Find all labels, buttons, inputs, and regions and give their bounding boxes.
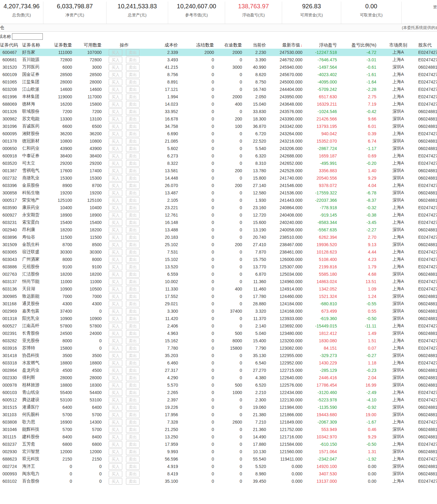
table-row[interactable]: 301103 何氏眼科 5700 5700 买入 卖出 17.956 0 0 2… [0,411,437,418]
sell-button[interactable]: 卖出 [126,160,140,167]
table-row[interactable]: 601065 江盐集团 28000 28000 买入 卖出 8.891 0 0 … [0,78,437,86]
sell-button[interactable]: 卖出 [126,308,140,315]
buy-button[interactable]: 买入 [109,160,122,167]
buy-button[interactable]: 买入 [109,293,122,300]
sell-button[interactable]: 卖出 [126,79,140,85]
sell-button[interactable]: 卖出 [126,86,140,93]
sell-button[interactable]: 卖出 [126,463,140,470]
buy-button[interactable]: 买入 [109,345,122,352]
sell-button[interactable]: 卖出 [126,131,140,137]
table-row[interactable]: 002969 嘉美包装 37400 0 买入 卖出 3.300 0 37400 … [0,307,437,315]
sell-button[interactable]: 卖出 [126,389,140,396]
sell-button[interactable]: 卖出 [126,419,140,425]
col-header-pnl-percent[interactable]: 盈亏比例(%) [339,41,378,49]
col-header-quantity[interactable]: 证券数量 [52,41,74,49]
buy-button[interactable]: 买入 [109,145,122,152]
col-header-name[interactable]: 证券名称 [20,41,52,49]
sell-button[interactable]: 卖出 [126,375,140,381]
buy-button[interactable]: 买入 [109,131,122,137]
tab-positions[interactable]: 仓 [0,25,4,30]
table-row[interactable]: 600109 国金证券 28500 28500 买入 卖出 8.756 0 0 … [0,71,437,78]
table-row[interactable]: 603318 水发燃气 18800 18800 买入 卖出 6.460 0 0 … [0,359,437,367]
sell-button[interactable]: 卖出 [126,94,140,100]
buy-button[interactable]: 买入 [109,449,122,455]
buy-button[interactable]: 买入 [109,64,122,71]
sell-button[interactable]: 卖出 [126,338,140,344]
buy-button[interactable]: 买入 [109,175,122,181]
table-row[interactable]: 603396 金辰股份 8900 8700 买入 卖出 26.070 0 200… [0,182,437,189]
table-row[interactable]: 600918 中泰证券 38400 38400 买入 卖出 6.273 0 0 … [0,152,437,160]
buy-button[interactable]: 买入 [109,205,122,211]
buy-button[interactable]: 买入 [109,360,122,366]
table-row[interactable]: 301515 港通医疗 6400 6400 买入 卖出 19.226 0 0 1… [0,404,437,411]
sell-button[interactable]: 卖出 [126,330,140,337]
sell-button[interactable]: 卖出 [126,301,140,307]
table-row[interactable]: 000650 仁和药业 43900 43900 买入 卖出 5.602 0 0 … [0,145,437,152]
sell-button[interactable]: 卖出 [126,449,140,455]
col-header-holder-code[interactable]: 股东代 [418,41,437,49]
sell-button[interactable]: 卖出 [126,234,140,241]
sell-button[interactable]: 卖出 [126,101,140,108]
table-row[interactable]: 001387 雪祺电气 17600 17400 买入 卖出 13.581 0 2… [0,167,437,174]
table-row[interactable]: 002930 宏川智慧 12000 12000 买入 卖出 9.993 0 0 … [0,448,437,455]
sell-button[interactable]: 卖出 [126,412,140,418]
table-row[interactable]: 001378 德冠新材 10800 10800 买入 卖出 21.085 0 0… [0,137,437,145]
sell-button[interactable]: 卖出 [126,249,140,255]
sell-button[interactable]: 卖出 [126,264,140,270]
buy-button[interactable]: 买入 [109,308,122,315]
table-row[interactable]: 603065 宿迁联盛 30300 30300 买入 卖出 7.531 0 0 … [0,248,437,256]
col-header-floating-pnl[interactable]: 浮动盈亏 [304,41,339,49]
table-row[interactable]: 603916 苏博特 15800 0 买入 卖出 7.780 0 15800 7… [0,344,437,352]
table-row[interactable]: 600467 好当家 111000 107000 买入 卖出 2.339 200… [0,49,437,56]
sell-button[interactable]: 卖出 [126,242,140,248]
sell-button[interactable]: 卖出 [126,367,140,374]
buy-button[interactable]: 买入 [109,49,122,56]
sell-button[interactable]: 卖出 [126,286,140,292]
buy-button[interactable]: 买入 [109,419,122,425]
table-row[interactable]: 603231 索宝蛋白 15400 15400 买入 卖出 16.148 0 0… [0,219,437,226]
buy-button[interactable]: 买入 [109,227,122,233]
buy-button[interactable]: 买入 [109,94,122,100]
sell-button[interactable]: 卖出 [126,108,140,115]
buy-button[interactable]: 买入 [109,212,122,218]
table-row[interactable]: 603282 亚光股份 8000 0 买入 卖出 15.162 0 8000 1… [0,337,437,344]
sell-button[interactable]: 卖出 [126,197,140,204]
table-row[interactable]: 603208 江山欧派 14600 14600 买入 卖出 17.121 0 0… [0,86,437,93]
sell-button[interactable]: 卖出 [126,360,140,366]
buy-button[interactable]: 买入 [109,168,122,174]
sell-button[interactable]: 卖出 [126,315,140,322]
sell-button[interactable]: 卖出 [126,278,140,285]
table-row[interactable]: 603520 司太立 29200 29200 买入 卖出 8.322 0 0 8… [0,160,437,167]
sell-button[interactable]: 卖出 [126,71,140,78]
buy-button[interactable]: 买入 [109,271,122,278]
table-row[interactable]: 603102 百合股份 0 0 买入 卖出 35.100 0 0 39.450 … [0,478,437,485]
sell-button[interactable]: 卖出 [126,382,140,388]
sell-button[interactable]: 卖出 [126,271,140,278]
sell-button[interactable]: 卖出 [126,212,140,218]
buy-button[interactable]: 买入 [109,249,122,255]
table-row[interactable]: 603886 元祖股份 9100 9100 买入 卖出 13.520 0 0 1… [0,263,437,270]
sell-button[interactable]: 卖出 [126,153,140,159]
buy-button[interactable]: 买入 [109,382,122,388]
buy-button[interactable]: 买入 [109,338,122,344]
table-row[interactable]: 301418 协昌科技 3500 3500 买入 卖出 35.203 0 0 3… [0,352,437,359]
table-row[interactable]: 601996 丰林集团 119000 117000 买入 卖出 1.994 0 … [0,93,437,100]
table-row[interactable]: 600103 青山纸业 55400 54400 买入 卖出 2.265 0 10… [0,389,437,396]
sell-button[interactable]: 卖出 [126,168,140,174]
buy-button[interactable]: 买入 [109,116,122,122]
table-row[interactable]: 603043 广州酒家 8000 8000 买入 卖出 15.102 0 0 1… [0,256,437,263]
table-row[interactable]: 002763 汇洁股份 18200 18200 买入 卖出 6.559 0 0 … [0,270,437,278]
table-row[interactable]: 301520 万邦医药 6000 3000 买入 卖出 41.215 0 300… [0,63,437,71]
buy-button[interactable]: 买入 [109,256,122,263]
table-row[interactable]: 001326 联域股份 7200 7200 买入 卖出 33.952 0 0 3… [0,108,437,115]
sell-button[interactable]: 卖出 [126,116,140,122]
sell-button[interactable]: 卖出 [126,293,140,300]
table-row[interactable]: 600927 永安期货 18900 18900 买入 卖出 12.761 0 0… [0,211,437,219]
table-row[interactable]: 600527 江南高纤 57800 57800 买入 卖出 2.406 0 0 … [0,322,437,330]
table-row[interactable]: 002864 盘龙药业 4500 4500 买入 卖出 27.317 0 0 2… [0,367,437,374]
sell-button[interactable]: 卖出 [126,441,140,448]
buy-button[interactable]: 买入 [109,404,122,411]
buy-button[interactable]: 买入 [109,234,122,241]
buy-button[interactable]: 买入 [109,108,122,115]
buy-button[interactable]: 买入 [109,197,122,204]
